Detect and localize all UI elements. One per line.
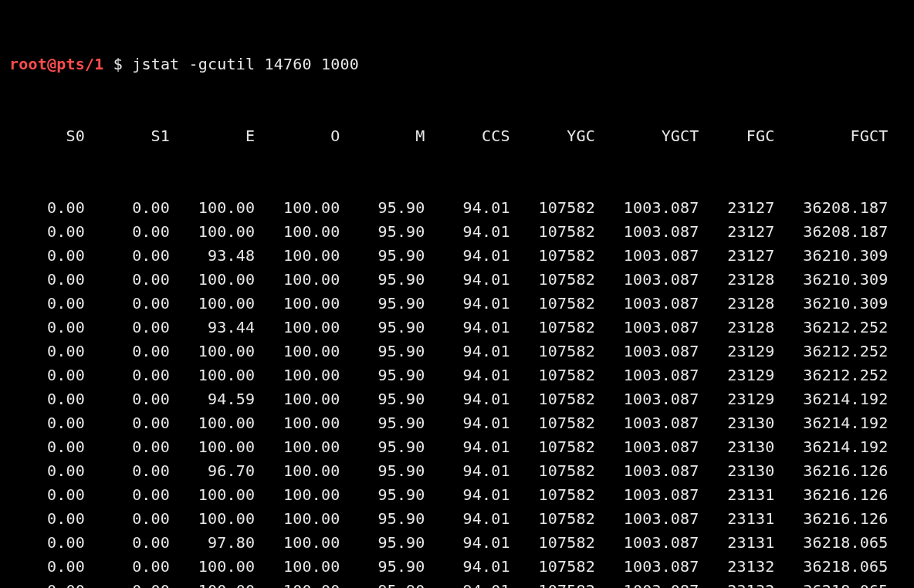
table-header-row: S0 S1 E O M CCS YGC YGCT FGC FGCT GCT	[9, 124, 906, 148]
table-row: 0.00 0.00 100.00 100.00 95.90 94.01 1075…	[9, 483, 906, 507]
prompt-symbol: $	[103, 55, 132, 73]
table-row: 0.00 0.00 100.00 100.00 95.90 94.01 1075…	[9, 196, 906, 220]
table-row: 0.00 0.00 97.80 100.00 95.90 94.01 10758…	[9, 531, 906, 555]
table-row: 0.00 0.00 100.00 100.00 95.90 94.01 1075…	[9, 268, 906, 292]
command-text: jstat -gcutil 14760 1000	[132, 55, 359, 73]
table-row: 0.00 0.00 96.70 100.00 95.90 94.01 10758…	[9, 459, 906, 483]
table-row: 0.00 0.00 100.00 100.00 95.90 94.01 1075…	[9, 435, 906, 459]
table-row: 0.00 0.00 100.00 100.00 95.90 94.01 1075…	[9, 340, 906, 363]
table-row: 0.00 0.00 100.00 100.00 95.90 94.01 1075…	[9, 555, 906, 579]
table-row: 0.00 0.00 93.48 100.00 95.90 94.01 10758…	[9, 244, 906, 268]
table-row: 0.00 0.00 100.00 100.00 95.90 94.01 1075…	[9, 507, 906, 531]
table-body: 0.00 0.00 100.00 100.00 95.90 94.01 1075…	[9, 196, 906, 588]
table-row: 0.00 0.00 93.44 100.00 95.90 94.01 10758…	[9, 316, 906, 340]
table-row: 0.00 0.00 100.00 100.00 95.90 94.01 1075…	[9, 292, 906, 316]
table-row: 0.00 0.00 100.00 100.00 95.90 94.01 1075…	[9, 411, 906, 435]
prompt-user: root@pts/1	[9, 55, 103, 73]
prompt-line: root@pts/1 $ jstat -gcutil 14760 1000	[9, 52, 906, 76]
table-row: 0.00 0.00 100.00 100.00 95.90 94.01 1075…	[9, 363, 906, 387]
table-row: 0.00 0.00 100.00 100.00 95.90 94.01 1075…	[9, 579, 906, 588]
table-row: 0.00 0.00 100.00 100.00 95.90 94.01 1075…	[9, 220, 906, 244]
terminal[interactable]: root@pts/1 $ jstat -gcutil 14760 1000 S0…	[0, 0, 914, 588]
table-row: 0.00 0.00 94.59 100.00 95.90 94.01 10758…	[9, 387, 906, 411]
